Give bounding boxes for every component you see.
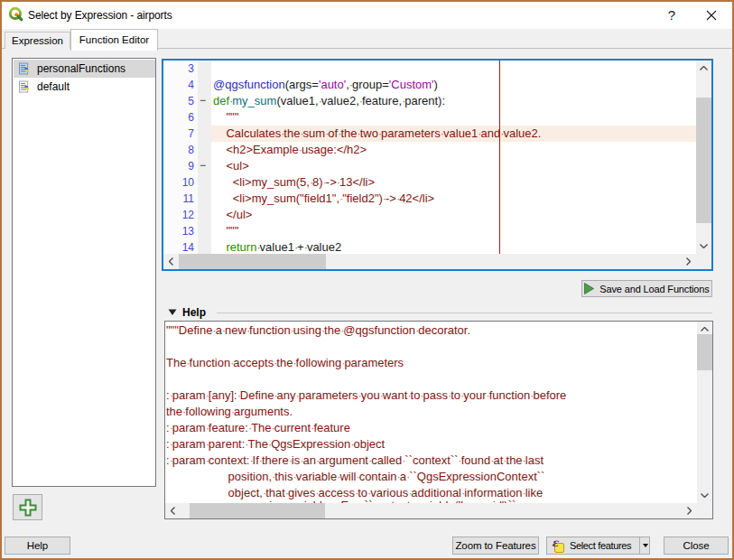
scroll-down-icon[interactable] <box>697 488 712 503</box>
save-button-label: Save and Load Functions <box>599 284 709 294</box>
code-line: """ <box>213 109 238 126</box>
code-line: <h2>Example·usage:</h2> <box>213 142 367 158</box>
help-text-line: position,·this·variable·will·contain·a·`… <box>166 469 544 485</box>
editor-vscroll-thumb[interactable] <box>696 98 711 223</box>
tab-expression[interactable]: Expression <box>5 32 70 49</box>
code-line: <li>my_sum(5,·8)·->·13</li> <box>213 174 375 191</box>
titlebar-help-button[interactable]: ? <box>658 2 685 29</box>
help-hscroll-thumb[interactable] <box>190 503 325 518</box>
select-features-dropdown[interactable] <box>640 537 651 554</box>
help-vscroll-thumb[interactable] <box>697 334 712 370</box>
titlebar-close-button[interactable] <box>698 2 725 29</box>
help-viewer[interactable]: """Define·a·new·function·using·the·@qgsf… <box>164 321 713 519</box>
help-vscrollbar[interactable] <box>697 322 712 503</box>
editor-hscrollbar[interactable] <box>163 254 696 269</box>
help-scroll-corner <box>697 503 712 518</box>
save-and-load-functions-button[interactable]: Save and Load Functions <box>581 280 712 297</box>
line-number: 11 <box>183 191 194 207</box>
python-file-icon <box>19 62 30 75</box>
qgis-logo-icon <box>8 6 24 23</box>
line-number: 13 <box>182 223 194 239</box>
code-line: Calculates·the·sum·of·the·two·parameters… <box>213 126 541 142</box>
function-file-item[interactable]: default <box>14 78 155 96</box>
edge-column-marker <box>499 61 500 254</box>
help-text-line: :·param·[any]:·Define·any·parameters·you… <box>166 387 566 404</box>
code-line: return·value1·+·value2 <box>213 239 341 254</box>
line-number: 12 <box>182 207 194 223</box>
help-group-title[interactable]: Help <box>182 306 206 319</box>
help-group-divider <box>217 313 712 313</box>
close-button[interactable]: Close <box>664 537 729 555</box>
help-text-line: the·following·arguments. <box>166 404 293 420</box>
collapse-triangle-icon[interactable] <box>168 308 177 317</box>
function-file-item[interactable]: personalFunctions <box>14 60 155 78</box>
help-button[interactable]: Help <box>5 537 70 555</box>
python-file-icon <box>19 80 30 93</box>
line-number: 8 <box>188 142 194 158</box>
editor-scroll-corner <box>696 254 711 269</box>
close-icon <box>706 10 717 21</box>
scroll-left-icon[interactable] <box>165 503 181 518</box>
editor-hscroll-thumb[interactable] <box>179 254 326 269</box>
plus-icon <box>18 498 38 518</box>
fold-marker[interactable]: − <box>200 158 206 174</box>
editor-vscrollbar[interactable] <box>696 61 711 254</box>
tab-function-editor[interactable]: Function Editor <box>70 29 158 51</box>
editor-line-number-margin: 34567891011121314 <box>163 61 198 254</box>
zoom-to-features-button[interactable]: Zoom to Features <box>452 537 539 555</box>
play-icon <box>584 283 594 294</box>
scroll-right-icon[interactable] <box>681 254 696 269</box>
add-function-file-button[interactable] <box>13 494 42 520</box>
help-text-line: :·param·parent:·The·QgsExpression·object <box>166 436 385 453</box>
help-text-line: The·function·accepts·the·following·param… <box>166 355 404 371</box>
select-features-button[interactable]: ε Select features <box>546 537 650 555</box>
scroll-up-icon[interactable] <box>696 61 711 76</box>
code-line: </ul> <box>213 207 252 223</box>
scroll-left-icon[interactable] <box>163 254 179 269</box>
function-file-label: personalFunctions <box>37 60 125 78</box>
code-line: """ <box>213 223 238 239</box>
select-by-expression-dialog: Select by Expression - airports ? Expres… <box>0 0 734 560</box>
select-features-label: Select features <box>570 540 631 551</box>
line-number: 5 <box>188 93 194 109</box>
scroll-down-icon[interactable] <box>696 238 711 254</box>
line-number: 4 <box>188 77 194 93</box>
line-number: 9 <box>188 158 194 174</box>
editor-text-area[interactable]: @qgsfunction(args='auto',·group='Custom'… <box>211 61 696 254</box>
function-file-label: default <box>37 78 70 96</box>
help-text-line: :·param·feature:·The·current·feature <box>166 420 350 436</box>
code-line: <li>my_sum("field1",·"field2")·->·42</li… <box>213 191 434 207</box>
fold-marker[interactable]: − <box>200 93 206 109</box>
code-editor[interactable]: 34567891011121314 −− @qgsfunction(args='… <box>162 59 713 271</box>
function-files-list[interactable]: personalFunctions default <box>12 58 156 487</box>
window-title: Select by Expression - airports <box>28 2 172 29</box>
scroll-right-icon[interactable] <box>682 503 697 518</box>
line-number: 3 <box>188 61 194 77</box>
line-number: 10 <box>182 174 194 191</box>
line-number: 6 <box>188 109 194 126</box>
help-text-line: """Define·a·new·function·using·the·@qgsf… <box>166 322 470 339</box>
code-line: def·my_sum(value1,·value2,·feature,·pare… <box>213 93 445 109</box>
help-text-line: :·param·context:·If·there·is·an·argument… <box>166 453 544 469</box>
code-line: @qgsfunction(args='auto',·group='Custom'… <box>213 77 438 93</box>
editor-fold-margin[interactable]: −− <box>198 61 211 254</box>
caret-down-icon <box>643 544 648 547</box>
line-number: 7 <box>188 126 194 142</box>
select-features-icon: ε <box>551 538 566 554</box>
code-line: <ul> <box>213 158 249 174</box>
help-hscrollbar[interactable] <box>165 503 697 518</box>
title-bar[interactable]: Select by Expression - airports ? <box>2 2 732 29</box>
